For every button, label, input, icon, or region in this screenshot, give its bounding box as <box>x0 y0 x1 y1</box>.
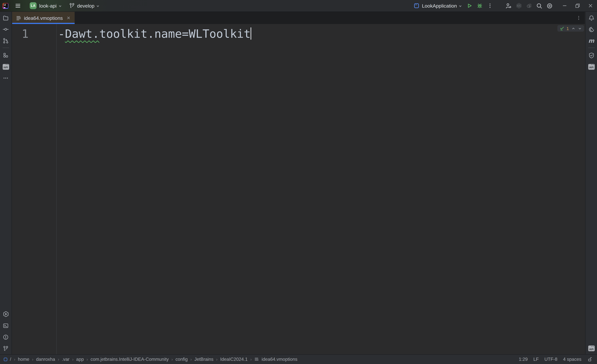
bell-icon <box>588 15 595 21</box>
breadcrumb-separator: › <box>86 357 88 362</box>
minimize-button[interactable] <box>559 0 570 11</box>
chevron-down-icon <box>458 4 462 8</box>
stripe-divider <box>2 48 9 48</box>
breadcrumb[interactable]: danroxha <box>36 356 55 362</box>
42crunch-hexagon-icon: 42C <box>515 2 522 9</box>
tab-options-button[interactable] <box>576 15 581 21</box>
chevron-down-icon <box>96 4 100 8</box>
commit-icon <box>3 26 9 32</box>
pull-requests-tool-button[interactable] <box>0 35 11 46</box>
terminal-icon <box>3 322 9 329</box>
commit-tool-button[interactable] <box>0 24 11 35</box>
openapi-tool-button[interactable]: /API <box>0 61 11 72</box>
breadcrumb-separator: › <box>250 357 252 362</box>
typo-check-icon <box>560 26 565 31</box>
text-file-icon <box>16 15 21 21</box>
chevron-up-icon[interactable] <box>572 27 575 30</box>
maven-icon: m <box>588 38 594 44</box>
breadcrumb-separator: › <box>171 357 173 362</box>
42crunch-button[interactable]: 42C <box>514 0 524 11</box>
run-button[interactable] <box>464 0 474 11</box>
vcs-branch-widget[interactable]: develop <box>67 0 102 11</box>
maven-tool-button[interactable]: m <box>586 35 597 46</box>
git-tool-button[interactable] <box>0 343 11 354</box>
search-icon <box>536 2 542 9</box>
settings-button[interactable] <box>544 0 555 11</box>
right-tool-stripe: m /API /API <box>585 12 597 354</box>
line-number[interactable]: 1 <box>22 26 29 41</box>
editor-tab-bar: idea64.vmoptions <box>12 12 585 24</box>
breadcrumb-separator: › <box>190 357 192 362</box>
inspections-widget[interactable]: 1 <box>557 25 584 32</box>
security-audit-tool-button[interactable] <box>586 50 597 61</box>
search-everywhere-button[interactable] <box>534 0 544 11</box>
line-separator[interactable]: LF <box>534 356 539 362</box>
tab-title: idea64.vmoptions <box>24 15 63 21</box>
hamburger-icon <box>15 3 21 9</box>
code-line[interactable]: -Dawt.toolkit.name=WLToolkit <box>58 26 251 41</box>
text-caret <box>251 27 251 40</box>
breadcrumb[interactable]: app <box>76 356 84 362</box>
tab-idea64-vmoptions[interactable]: idea64.vmoptions <box>12 12 75 24</box>
openapi-tool-button[interactable]: /API <box>586 61 597 72</box>
module-root-icon[interactable] <box>4 358 7 361</box>
project-tool-button[interactable] <box>0 12 11 24</box>
active-tab-indicator <box>12 23 75 24</box>
breadcrumb[interactable]: home <box>18 356 29 362</box>
breadcrumb-separator: › <box>216 357 218 362</box>
breadcrumb[interactable]: com.jetbrains.IntelliJ-IDEA-Community <box>91 356 169 362</box>
git-branch-icon <box>69 3 75 9</box>
code-editor[interactable]: 1 -Dawt.toolkit.name=WLToolkit 1 <box>12 24 585 354</box>
inspection-count: 1 <box>566 26 569 31</box>
shield-check-icon <box>588 52 595 58</box>
ai-assistant-button[interactable] <box>586 24 597 35</box>
close-icon <box>587 3 593 9</box>
structure-tool-button[interactable] <box>0 50 11 61</box>
api-window-icon: /API <box>2 64 9 70</box>
breadcrumb[interactable]: JetBrains <box>194 356 213 362</box>
project-widget[interactable]: LA look-api <box>23 0 64 11</box>
project-name: look-api <box>39 3 56 9</box>
breadcrumb[interactable]: / <box>10 356 11 362</box>
indent-setting[interactable]: 4 spaces <box>563 356 581 362</box>
debug-button[interactable] <box>474 0 485 11</box>
code-with-me-button[interactable] <box>503 0 514 11</box>
api-scan-button[interactable] <box>524 0 534 11</box>
notifications-button[interactable] <box>586 12 597 24</box>
breadcrumb[interactable]: IdeaIC2024.1 <box>220 356 248 362</box>
breadcrumb-file[interactable]: idea64.vmoptions <box>262 356 298 362</box>
restore-button[interactable] <box>572 0 582 11</box>
svg-text:42C: 42C <box>517 4 521 7</box>
problems-icon <box>3 334 9 340</box>
intellij-logo-icon: IJ <box>3 3 8 9</box>
breadcrumb-separator: › <box>72 357 74 362</box>
file-encoding[interactable]: UTF-8 <box>544 356 557 362</box>
more-run-actions-button[interactable] <box>485 0 495 11</box>
chevron-down-icon <box>58 4 62 8</box>
stripe-divider <box>588 48 595 48</box>
api-window-icon: /API <box>588 346 595 351</box>
breadcrumb-separator: › <box>58 357 59 362</box>
caret-position[interactable]: 1:29 <box>519 356 528 362</box>
services-tool-button[interactable] <box>0 309 11 320</box>
more-dots-icon <box>3 75 9 81</box>
breadcrumb[interactable]: .var <box>62 356 69 362</box>
close-button[interactable] <box>585 0 596 11</box>
code-text: toolkit.name=WLToolkit <box>99 27 251 40</box>
more-tool-windows-button[interactable] <box>0 72 11 84</box>
problems-tool-button[interactable] <box>0 331 11 343</box>
breadcrumb[interactable]: config <box>175 356 188 362</box>
left-tool-stripe: /API <box>0 12 12 354</box>
kebab-menu-icon <box>576 15 581 21</box>
terminal-tool-button[interactable] <box>0 320 11 331</box>
services-icon <box>2 311 9 317</box>
openapi-bottom-tool-button[interactable]: /API <box>586 343 597 354</box>
run-config-name: LookApplication <box>422 3 457 9</box>
tab-close-button[interactable] <box>66 16 71 20</box>
gear-icon <box>546 2 553 9</box>
chevron-down-icon[interactable] <box>578 27 582 30</box>
main-menu-button[interactable] <box>13 0 23 11</box>
run-configuration-selector[interactable]: LookApplication <box>412 0 464 11</box>
unlocked-icon[interactable] <box>587 356 592 362</box>
user-add-icon <box>505 2 511 9</box>
